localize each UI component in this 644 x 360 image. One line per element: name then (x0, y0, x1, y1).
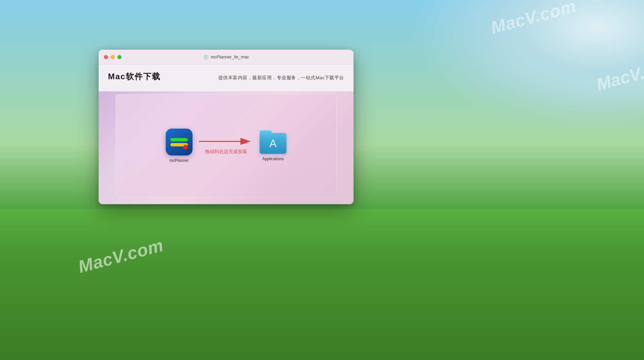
window-content: Mac软件下载 提供丰富内容，最新应用，专业服务，一站式Mac下载平台 (99, 64, 354, 204)
header-area: Mac软件下载 提供丰富内容，最新应用，专业服务，一站式Mac下载平台 (108, 71, 344, 82)
drag-instruction: 拖动到右边完成安装 (205, 149, 247, 155)
window-title-text: mcPlanner_lin_mac (211, 54, 249, 59)
mac-window: 💿 mcPlanner_lin_mac Mac软件下载 提供丰富内容，最新应用，… (99, 50, 354, 204)
icons-row: mcPlanner (166, 129, 286, 163)
title-bar: 💿 mcPlanner_lin_mac (99, 50, 354, 64)
disk-icon: 💿 (203, 54, 209, 60)
traffic-lights (104, 55, 121, 59)
red-dot (183, 145, 188, 149)
drag-arrow-svg (198, 137, 255, 146)
site-subtitle: 提供丰富内容，最新应用，专业服务，一站式Mac下载平台 (218, 75, 344, 81)
grass-area (0, 209, 644, 360)
close-button[interactable] (104, 55, 108, 59)
app-icon (166, 129, 193, 155)
app-label: mcPlanner (169, 158, 189, 163)
arrow-container: 拖动到右边完成安装 (196, 137, 256, 155)
bar-green (170, 138, 188, 141)
app-icon-wrapper[interactable]: mcPlanner (166, 129, 193, 163)
dmg-background: mcPlanner (99, 91, 354, 204)
minimize-button[interactable] (111, 55, 115, 59)
dmg-panel: mcPlanner (115, 94, 337, 197)
install-area: mcPlanner (166, 129, 286, 163)
apps-folder-icon: A (260, 130, 286, 154)
site-title: Mac软件下载 (108, 71, 161, 82)
apps-folder-wrapper[interactable]: A Applications (260, 130, 286, 161)
maximize-button[interactable] (117, 55, 121, 59)
window-title: 💿 mcPlanner_lin_mac (203, 54, 249, 60)
folder-a-icon: A (269, 137, 276, 150)
folder-body: A (260, 133, 286, 154)
apps-folder-label: Applications (262, 156, 284, 161)
